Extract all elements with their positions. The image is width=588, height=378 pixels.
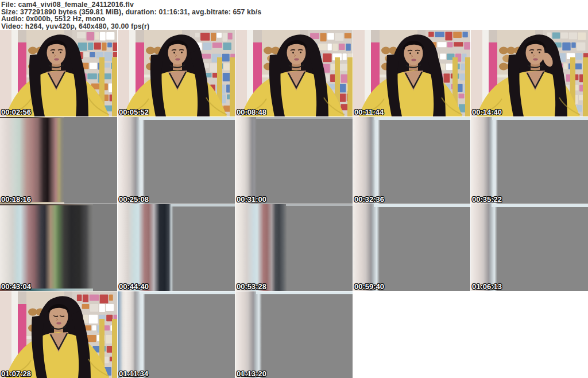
video-thumbnail-corrupt-frame: 00:35:22 [471,117,588,204]
video-thumbnail-corrupt-frame: 00:18:16 [0,117,117,204]
thumbnail-timestamp: 00:59:40 [354,283,384,291]
video-thumbnail-corrupt-frame: 00:31:00 [235,117,353,204]
glitch-top-line [0,117,64,118]
video-thumbnail-frame: 01:07:28 [0,291,117,378]
video-contact-sheet: File: cam4_vivi08_female_24112016.flv Si… [0,0,588,378]
frame-top-edge [140,291,235,294]
frame-top-edge [492,204,588,207]
frame-top-edge [286,204,353,206]
frame-top-edge [256,291,353,294]
frame-top-edge [374,204,470,207]
frame-top-edge [139,117,235,120]
video-thumbnail-corrupt-frame: 01:11:34 [118,291,235,378]
file-info-audio: Audio: 0x000b, 5512 Hz, mono [1,15,588,23]
video-thumbnail-frame: 00:05:52 [118,30,235,116]
thumbnail-timestamp: 00:11:44 [354,108,384,116]
video-thumbnail-corrupt-frame: 00:25:08 [118,117,235,204]
thumbnail-timestamp: 01:13:20 [237,370,266,378]
thumbnail-timestamp: 00:25:08 [119,196,149,204]
thumbnail-timestamp: 00:02:56 [1,108,31,116]
thumbnail-timestamp: 00:43:04 [1,283,31,291]
thumbnail-timestamp: 00:44:40 [119,283,149,291]
glitch-top-line [0,204,93,205]
thumbnail-timestamp: 01:06:13 [472,283,502,291]
video-thumbnail-frame: 00:02:56 [0,30,117,116]
thumbnail-timestamp: 01:07:28 [1,370,31,378]
video-thumbnail-frame: 00:14:40 [471,30,588,116]
thumbnail-timestamp: 00:32:36 [354,196,384,204]
thumbnail-timestamp: 00:05:52 [119,108,149,116]
thumbnail-timestamp: 01:11:34 [119,370,148,378]
video-thumbnail-frame: 00:08:48 [235,30,353,116]
video-thumbnail-frame: 00:11:44 [353,30,470,116]
frame-top-edge [171,204,235,206]
video-thumbnail-corrupt-frame: 00:44:40 [118,204,235,291]
video-thumbnail-corrupt-frame: 00:53:28 [235,204,353,291]
video-thumbnail-corrupt-frame: 01:06:13 [471,204,588,291]
frame-top-edge [256,117,353,119]
thumbnail-timestamp: 00:18:16 [1,196,31,204]
frame-top-edge [374,117,470,120]
video-thumbnail-corrupt-frame: 00:43:04 [0,204,117,291]
thumbnail-timestamp: 00:35:22 [472,196,502,204]
frame-top-edge [492,117,588,120]
thumbnail-timestamp: 00:08:48 [237,108,266,116]
thumbnail-timestamp: 00:31:00 [237,196,266,204]
thumbnail-timestamp: 00:14:40 [472,108,502,116]
thumbnail-timestamp: 00:53:28 [237,283,266,291]
file-info-video: Video: h264, yuv420p, 640x480, 30.00 fps… [1,23,588,30]
file-info-filename: File: cam4_vivi08_female_24112016.flv [1,1,588,9]
thumbnail-grid: 00:02:56 00:05:52 00:08:48 [0,30,588,378]
file-info-header: File: cam4_vivi08_female_24112016.flv Si… [0,0,588,30]
video-thumbnail-corrupt-frame: 01:13:20 [235,291,353,378]
video-thumbnail-corrupt-frame: 00:59:40 [353,204,470,291]
video-thumbnail-corrupt-frame: 00:32:36 [353,117,470,204]
